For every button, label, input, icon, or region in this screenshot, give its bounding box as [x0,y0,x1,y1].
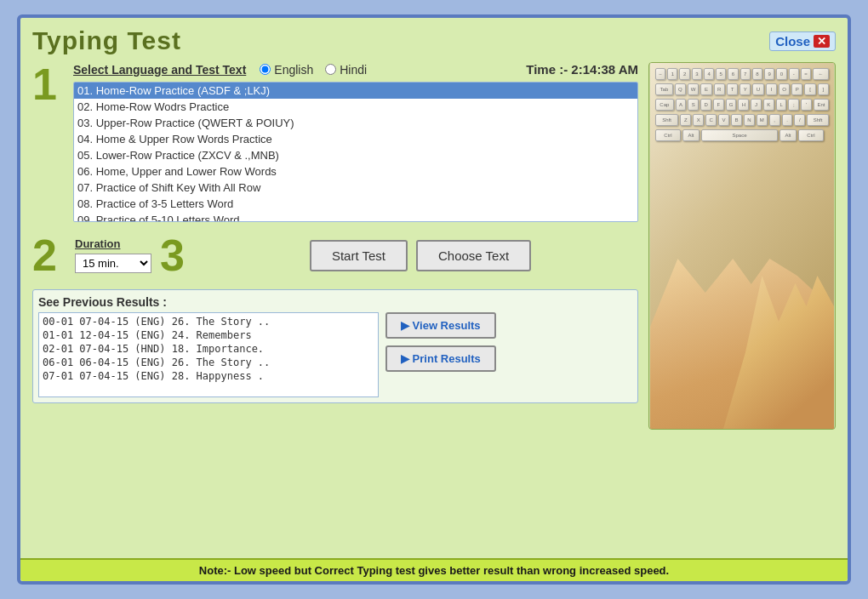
keyboard-image: ~ 1 2 3 4 5 6 7 8 9 0 - = ← [650,63,834,429]
main-area: 1 Select Language and Test Text English … [32,62,836,430]
view-results-button[interactable]: ▶ View Results [385,312,496,339]
radio-english[interactable]: English [260,63,313,77]
close-label: Close [775,34,810,48]
note-text: Note:- Low speed but Correct Typing test… [199,564,669,577]
radio-hindi-label: Hindi [340,63,367,77]
step-3-number: 3 [160,233,194,277]
list-item: 07-01 07-04-15 (ENG) 28. Happyness . [43,369,374,383]
note-bar: Note:- Low speed but Correct Typing test… [20,558,848,581]
language-radio-group: English Hindi [260,63,367,77]
radio-english-input[interactable] [260,64,271,75]
results-title: See Previous Results : [38,295,632,309]
section-2-3: 2 Duration 5 min.10 min.15 min.20 min.30… [32,233,638,277]
duration-label: Duration [75,237,151,250]
step-2-number: 2 [32,233,66,277]
close-x-icon: ✕ [814,35,830,48]
list-item: 06-01 06-04-15 (ENG) 26. The Story .. [43,356,374,369]
results-buttons: ▶ View Results ▶ Print Results [385,312,496,372]
app-title: Typing Test [32,26,181,55]
section-1: 1 Select Language and Test Text English … [32,62,638,223]
choose-text-button[interactable]: Choose Text [416,240,531,271]
time-display: Time :- 2:14:38 AM [526,62,638,77]
left-panel: 1 Select Language and Test Text English … [32,62,638,430]
list-item: 02-01 07-04-15 (HND) 18. Importance. [43,342,374,356]
results-list[interactable]: 00-01 07-04-15 (ENG) 26. The Story ..01-… [38,312,379,397]
step-1-number: 1 [32,62,66,106]
section-3: Start Test Choose Text [203,240,638,271]
lang-time-row: Select Language and Test Text English Hi… [73,62,638,77]
results-row: 00-01 07-04-15 (ENG) 26. The Story ..01-… [38,312,632,397]
section1-content: Select Language and Test Text English Hi… [73,62,638,223]
section-2: Duration 5 min.10 min.15 min.20 min.30 m… [75,237,151,273]
test-text-listbox[interactable]: 01. Home-Row Practice (ASDF & ;LKJ)02. H… [73,82,638,222]
keyboard-keys: ~ 1 2 3 4 5 6 7 8 9 0 - = ← [650,63,834,148]
radio-english-label: English [274,63,313,77]
results-section: See Previous Results : 00-01 07-04-15 (E… [32,289,638,403]
select-lang-label: Select Language and Test Text [73,63,246,77]
close-button[interactable]: Close ✕ [769,31,836,51]
right-panel: ~ 1 2 3 4 5 6 7 8 9 0 - = ← [648,62,836,430]
print-results-button[interactable]: ▶ Print Results [385,345,496,372]
list-item: 01-01 12-04-15 (ENG) 24. Remembers [43,328,374,342]
radio-hindi-input[interactable] [325,64,336,75]
start-test-button[interactable]: Start Test [310,240,408,271]
radio-hindi[interactable]: Hindi [325,63,367,77]
header: Typing Test Close ✕ [32,26,836,55]
main-window: Typing Test Close ✕ 1 Select Language an… [17,14,851,585]
duration-select[interactable]: 5 min.10 min.15 min.20 min.30 min. [75,254,151,273]
listbox-container: 01. Home-Row Practice (ASDF & ;LKJ)02. H… [73,82,638,223]
list-item: 00-01 07-04-15 (ENG) 26. The Story .. [43,315,374,328]
